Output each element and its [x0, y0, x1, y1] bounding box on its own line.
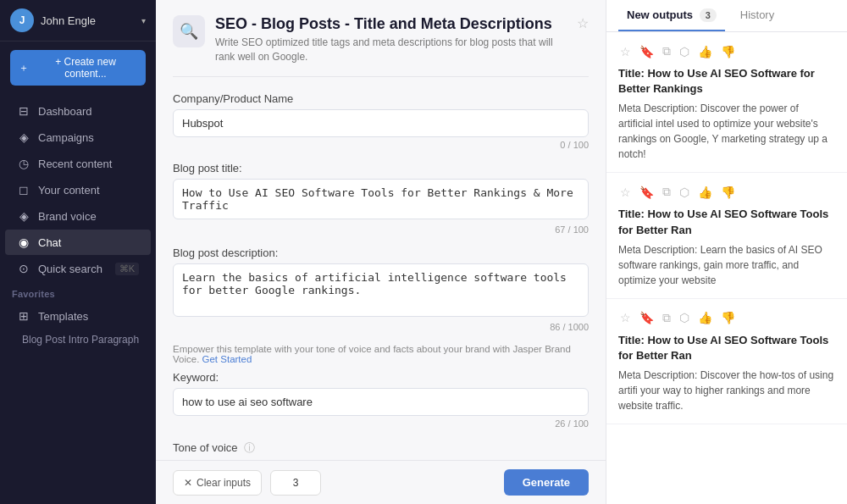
blog-title-counter: 67 / 100 — [173, 224, 589, 235]
keyword-label: Keyword: — [173, 371, 589, 384]
thumbdown-result-button[interactable]: 👎 — [719, 43, 737, 60]
blog-desc-input[interactable] — [173, 263, 589, 317]
bookmark-result-button[interactable]: 🔖 — [638, 43, 656, 60]
blog-post-intro-label: Blog Post Intro Paragraph — [22, 334, 139, 346]
tool-title: SEO - Blog Posts - Title and Meta Descri… — [215, 15, 567, 33]
new-outputs-count: 3 — [700, 8, 717, 22]
chevron-down-icon: ▾ — [141, 16, 146, 25]
share-result-button[interactable]: ⬡ — [678, 184, 691, 201]
tool-icon: 🔍 — [173, 15, 205, 47]
tool-header: 🔍 SEO - Blog Posts - Title and Meta Desc… — [173, 15, 589, 77]
sidebar-item-campaigns[interactable]: ◈ Campaigns — [5, 125, 151, 150]
tone-info-icon: ⓘ — [244, 441, 255, 454]
user-name: John Engle — [41, 14, 96, 27]
sidebar-item-label: Dashboard — [38, 105, 92, 118]
result-item: ☆ 🔖 ⧉ ⬡ 👍 👎 Title: How to Use AI SEO Sof… — [606, 32, 847, 173]
user-menu[interactable]: J John Engle — [10, 8, 96, 32]
favorite-result-button[interactable]: ☆ — [618, 43, 633, 60]
results-panel: New outputs 3 History ☆ 🔖 ⧉ ⬡ 👍 👎 Title:… — [606, 0, 847, 504]
thumbup-result-button[interactable]: 👍 — [696, 184, 714, 201]
sidebar-item-chat[interactable]: ◉ Chat — [5, 230, 151, 255]
blog-title-field-group: Blog post title: 67 / 100 — [173, 162, 589, 235]
clear-inputs-button[interactable]: ✕ Clear inputs — [173, 470, 262, 496]
sidebar-item-label: Quick search — [38, 263, 102, 275]
thumbdown-result-button[interactable]: 👎 — [719, 184, 737, 201]
copy-result-button[interactable]: ⧉ — [661, 183, 673, 201]
your-content-icon: ◻ — [17, 183, 30, 197]
results-tabs: New outputs 3 History — [606, 0, 847, 32]
search-icon: ⊙ — [17, 262, 30, 275]
favorite-button[interactable]: ☆ — [577, 15, 589, 31]
thumbup-result-button[interactable]: 👍 — [696, 309, 714, 326]
result-actions-1: ☆ 🔖 ⧉ ⬡ 👍 👎 — [618, 42, 835, 60]
result-actions-3: ☆ 🔖 ⧉ ⬡ 👍 👎 — [618, 309, 835, 327]
sidebar-item-blog-post-intro[interactable]: Blog Post Intro Paragraph — [0, 330, 156, 350]
create-new-content-button[interactable]: ＋ + Create new content... — [10, 50, 146, 86]
avatar: J — [10, 8, 34, 32]
company-field-group: Company/Product Name 0 / 100 — [173, 92, 589, 150]
sidebar-item-recent-content[interactable]: ◷ Recent content — [5, 151, 151, 176]
sidebar-item-quick-search[interactable]: ⊙ Quick search ⌘K — [5, 256, 151, 281]
sidebar-item-templates[interactable]: ⊞ Templates — [5, 303, 151, 329]
tone-field-group: Tone of voice ⓘ 0 / 100 — [173, 440, 589, 460]
blog-desc-label: Blog post description: — [173, 246, 589, 259]
blog-title-label: Blog post title: — [173, 162, 589, 174]
bookmark-result-button[interactable]: 🔖 — [638, 309, 656, 326]
thumbup-result-button[interactable]: 👍 — [696, 43, 714, 60]
sidebar-item-label: Campaigns — [38, 131, 94, 144]
company-label: Company/Product Name — [173, 92, 589, 105]
sidebar-item-your-content[interactable]: ◻ Your content — [5, 177, 151, 202]
blog-desc-field-group: Blog post description: 86 / 1000 — [173, 246, 589, 332]
result-title: Title: How to Use AI SEO Software for Be… — [618, 66, 835, 97]
thumbdown-result-button[interactable]: 👎 — [719, 309, 737, 326]
sidebar-item-label: Recent content — [38, 158, 112, 170]
bottom-bar: ✕ Clear inputs Generate — [156, 460, 606, 504]
tool-description: Write SEO optimized title tags and meta … — [215, 36, 567, 64]
favorite-result-button[interactable]: ☆ — [618, 309, 633, 326]
sidebar-item-label: Brand voice — [38, 210, 97, 223]
result-item: ☆ 🔖 ⧉ ⬡ 👍 👎 Title: How to Use AI SEO Sof… — [606, 173, 847, 298]
company-counter: 0 / 100 — [173, 140, 589, 150]
result-item: ☆ 🔖 ⧉ ⬡ 👍 👎 Title: How to Use AI SEO Sof… — [606, 299, 847, 424]
brand-voice-hint: Empower this template with your tone of … — [173, 344, 589, 364]
get-started-link[interactable]: Get Started — [202, 354, 252, 364]
share-result-button[interactable]: ⬡ — [678, 43, 691, 60]
brand-voice-icon: ◈ — [17, 209, 30, 223]
favorites-label: Favorites — [0, 282, 156, 302]
tab-new-outputs[interactable]: New outputs 3 — [618, 0, 725, 31]
generate-button[interactable]: Generate — [504, 469, 589, 496]
plus-icon: ＋ — [19, 61, 29, 75]
favorite-result-button[interactable]: ☆ — [618, 184, 633, 201]
campaigns-icon: ◈ — [17, 130, 30, 144]
sidebar-item-label: Chat — [38, 236, 61, 249]
form-panel: 🔍 SEO - Blog Posts - Title and Meta Desc… — [156, 0, 606, 460]
company-input[interactable] — [173, 109, 589, 137]
result-description: Meta Description: Learn the basics of AI… — [618, 242, 835, 288]
keyword-input[interactable] — [173, 388, 589, 416]
tone-label: Tone of voice ⓘ — [173, 440, 589, 456]
sidebar: J John Engle ▾ ＋ + Create new content...… — [0, 0, 156, 504]
copy-result-button[interactable]: ⧉ — [661, 309, 673, 327]
dashboard-icon: ⊟ — [17, 104, 30, 118]
chat-icon: ◉ — [17, 235, 30, 249]
main-content: 🔍 SEO - Blog Posts - Title and Meta Desc… — [156, 0, 606, 504]
sidebar-item-brand-voice[interactable]: ◈ Brand voice — [5, 203, 151, 229]
share-result-button[interactable]: ⬡ — [678, 309, 691, 326]
tab-history[interactable]: History — [732, 0, 783, 31]
copy-result-button[interactable]: ⧉ — [661, 42, 673, 60]
shortcut-badge: ⌘K — [115, 263, 139, 275]
keyword-field-group: Keyword: 26 / 100 — [173, 371, 589, 429]
blog-title-input[interactable] — [173, 179, 589, 219]
bookmark-result-button[interactable]: 🔖 — [638, 184, 656, 201]
x-icon: ✕ — [184, 477, 192, 489]
keyword-counter: 26 / 100 — [173, 418, 589, 429]
sidebar-item-label: Your content — [38, 184, 100, 197]
seo-icon: 🔍 — [180, 22, 198, 41]
tool-info: SEO - Blog Posts - Title and Meta Descri… — [215, 15, 567, 64]
outputs-count-input[interactable] — [270, 470, 321, 496]
result-actions-2: ☆ 🔖 ⧉ ⬡ 👍 👎 — [618, 183, 835, 201]
sidebar-nav: ⊟ Dashboard ◈ Campaigns ◷ Recent content… — [0, 94, 156, 504]
sidebar-item-dashboard[interactable]: ⊟ Dashboard — [5, 98, 151, 124]
templates-icon: ⊞ — [17, 309, 30, 323]
result-title: Title: How to Use AI SEO Software Tools … — [618, 333, 835, 363]
